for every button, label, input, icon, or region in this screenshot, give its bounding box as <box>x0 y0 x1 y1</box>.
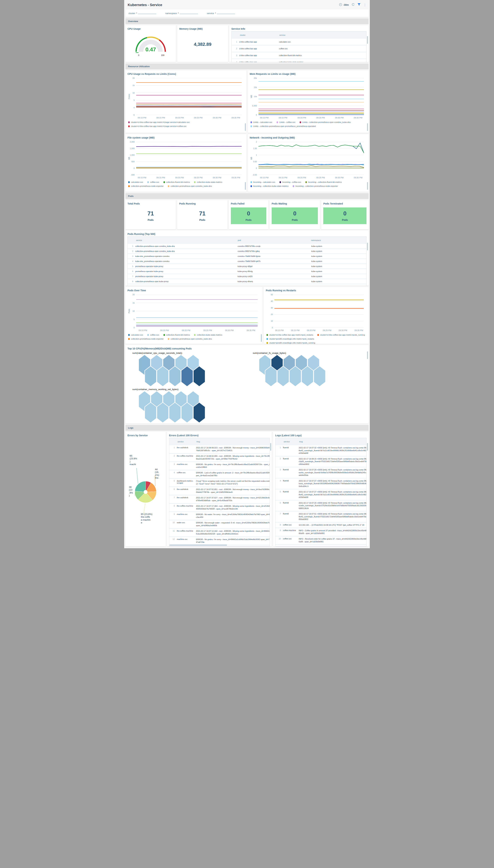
table-row[interactable]: 1cl-the-coffee-bar-appcalculator-svc1 <box>231 39 366 45</box>
scrollbar[interactable] <box>367 123 368 131</box>
table-row[interactable]: 6prometheus-operator-kube-proxykube-prox… <box>128 269 366 274</box>
scrollbar[interactable] <box>261 334 262 342</box>
table-row[interactable]: 9prometheus-operator-kube-proxykube-prox… <box>128 284 366 286</box>
horizontal-scrollbar[interactable] <box>169 545 227 546</box>
column-header[interactable]: namespace <box>310 238 364 242</box>
pie-slice[interactable] <box>135 481 146 492</box>
legend-item[interactable]: cluster=cl-the-coffee-bar-app metric=Usa… <box>128 121 190 123</box>
table-row[interactable]: 2the-coffee-machine2021-02-17 16:08:02,9… <box>169 454 270 462</box>
hex-cell[interactable] <box>145 402 156 423</box>
hex-cell[interactable] <box>289 366 301 387</box>
legend-item[interactable]: Incoming - coffee-svc <box>280 181 301 183</box>
legend-item[interactable]: collection-fluent-bit-metrics <box>164 181 190 183</box>
legend-item[interactable]: cluster=cl-the-coffee-bar-app metric=pod… <box>317 334 365 336</box>
hex-cell[interactable] <box>181 402 193 423</box>
time-range-button[interactable]: -30m <box>339 3 349 7</box>
hex-cell[interactable] <box>169 402 181 423</box>
table-row[interactable]: 3fluentd2021-02-17 16:07:29 +0000 [info]… <box>275 467 366 478</box>
legend-item[interactable]: calculator-svc <box>128 181 143 183</box>
table-row[interactable]: 4fluentd2021-02-17 16:07:27 +0000 [info]… <box>275 478 366 490</box>
filter-cluster[interactable]: cluster * <box>129 12 156 15</box>
scrollbar[interactable] <box>367 182 368 190</box>
table-row[interactable]: 4kube-dns_prometheus-operator-corednscor… <box>128 259 366 264</box>
table-row[interactable]: 7the-cashdesk2021-02-17 16:07:37,627 - r… <box>169 495 270 504</box>
legend-item[interactable]: cluster=cl-the-coffee-bar-app metric=Usa… <box>128 125 187 127</box>
legend-item[interactable]: Incoming - collection-fluent-bit-metrics <box>305 181 342 183</box>
column-header[interactable]: service <box>283 439 298 444</box>
legend-item[interactable]: cluster=prod01.travellogic.info metric=p… <box>266 342 315 344</box>
table-row[interactable]: 1the-cashdesk2021-02-17 16:08:08,023 - r… <box>169 445 270 454</box>
legend-item[interactable]: Incoming - calculator-svc <box>250 181 275 183</box>
table-row[interactable]: 11fluentd2021-02-17 16:07:16 +0000 [info… <box>275 545 366 546</box>
table-row[interactable]: 1fluentd2021-02-17 16:07:32 +0000 [info]… <box>275 445 366 456</box>
legend-item[interactable]: collection-prometheus-node-exporter <box>128 338 164 340</box>
legend-item[interactable]: collection-prometheus-oper-coredns_kube-… <box>168 185 212 187</box>
table-row[interactable]: 11the-coffee-machine2021-02-17 16:07:12,… <box>169 529 270 537</box>
table-row[interactable]: 10coffee-svcINFO - Received order for co… <box>275 536 366 545</box>
filter-input[interactable] <box>138 12 156 14</box>
column-header[interactable] <box>364 238 368 242</box>
table-row[interactable]: 2collection-prometheus-oper-coredns_kube… <box>128 249 366 254</box>
filter-icon[interactable] <box>358 3 361 6</box>
legend-item[interactable]: cluster=cl-the-coffee-bar-app metric=pod… <box>266 334 313 336</box>
hex-cell[interactable] <box>193 366 205 387</box>
column-header[interactable]: service <box>278 33 360 37</box>
refresh-icon[interactable] <box>352 3 355 7</box>
filter-service[interactable]: service * <box>207 12 235 15</box>
legend-item[interactable]: Limits - collection-prometheus-oper-prom… <box>250 125 316 127</box>
column-header[interactable]: service <box>135 238 237 242</box>
table-row[interactable]: 12machine-svcERROR - No grains. I'm sorr… <box>169 537 270 545</box>
legend-item[interactable]: coffee-svc <box>147 334 159 336</box>
table-row[interactable]: 3cl-the-coffee-bar-appcollection-fluent-… <box>231 52 366 59</box>
filter-input[interactable] <box>180 12 198 14</box>
legend-item[interactable]: collection-fluent-bit-metrics <box>164 334 190 336</box>
legend-item[interactable]: collection-kube-state-metrics <box>194 334 222 336</box>
hex-cell[interactable] <box>145 366 156 387</box>
kebab-menu-icon[interactable]: ⋮ <box>363 3 366 6</box>
table-row[interactable]: 5prometheus-operator-kube-proxykube-prox… <box>128 264 366 269</box>
legend-item[interactable]: Incoming - collection-kube-state-metrics <box>250 185 288 187</box>
table-row[interactable]: 10water-svcERROR - Not enough water - re… <box>169 520 270 529</box>
table-row[interactable]: 3kube-dns_prometheus-operator-corednscor… <box>128 254 366 259</box>
legend-item[interactable]: coffee-svc <box>147 181 159 183</box>
legend-item[interactable]: collection-kube-state-metrics <box>194 181 222 183</box>
table-row[interactable]: 5fluentd2021-02-17 16:07:27 +0000 [info]… <box>275 489 366 500</box>
scrollbar[interactable] <box>367 351 368 359</box>
legend-item[interactable]: Limits - collection-prometheus-oper-core… <box>300 121 351 123</box>
column-header[interactable]: service <box>176 439 195 444</box>
column-header[interactable]: msg <box>298 439 368 444</box>
hex-cell[interactable] <box>181 366 193 387</box>
table-row[interactable]: 8the-coffee-machine2021-02-17 16:07:17,3… <box>169 504 270 512</box>
hex-cell[interactable] <box>193 402 205 423</box>
table-row[interactable]: 7prometheus-operator-kube-proxykube-prox… <box>128 274 366 279</box>
legend-item[interactable]: Limits - coffee-svc <box>277 121 295 123</box>
table-row[interactable]: 2cl-the-coffee-bar-appcoffee-svc1 <box>231 45 366 52</box>
hex-cell[interactable] <box>157 402 169 423</box>
table-row[interactable]: 3machine-svcERROR - No grains. I'm sorry… <box>169 462 270 470</box>
column-header[interactable]: msg <box>195 439 272 444</box>
scrollbar[interactable] <box>245 123 246 131</box>
table-row[interactable]: 4coffee-svcERROR - Lack of coffee grains… <box>169 470 270 479</box>
legend-item[interactable]: collection-prometheus-node-exporter <box>128 185 164 187</box>
table-row[interactable]: 8coffee-svc10.0.83.143 - - [17/Feb/2021:… <box>275 522 366 528</box>
legend-item[interactable]: Limits - calculator-svc <box>250 121 272 123</box>
scrollbar[interactable] <box>367 243 368 250</box>
hex-cell[interactable] <box>277 366 289 387</box>
table-row[interactable]: 2fluentd2021-02-17 16:08:15 +0000 [info]… <box>275 456 366 468</box>
column-header[interactable]: pod <box>237 238 310 242</box>
table-row[interactable]: 7fluentd2021-02-17 16:07:51 +0000 [info]… <box>275 511 366 522</box>
legend-item[interactable]: cluster=prod01.travellogic.info metric=p… <box>266 338 314 340</box>
filter-input[interactable] <box>217 12 235 14</box>
scrollbar[interactable] <box>367 36 368 44</box>
hex-cell[interactable] <box>302 366 314 387</box>
table-row[interactable]: 8collection-prometheus-oper-kube-proxyku… <box>128 279 366 284</box>
table-row[interactable]: 6the-cashdesk2021-02-17 16:07:52,851 - r… <box>169 487 270 495</box>
scrollbar[interactable] <box>245 182 246 190</box>
hex-cell[interactable] <box>169 366 181 387</box>
column-header[interactable]: cluster <box>239 33 278 37</box>
legend-item[interactable]: collection-prometheus-oper-coredns_kube-… <box>168 338 212 340</box>
hex-cell[interactable] <box>157 366 169 387</box>
table-row[interactable]: 6fluentd2021-02-17 16:07:20 +0000 [info]… <box>275 500 366 512</box>
table-row[interactable]: 9coffee-machineINFO - Coffee grains in a… <box>275 528 366 536</box>
table-row[interactable]: 9machine-svcERROR - No water. I'm sorry … <box>169 512 270 520</box>
